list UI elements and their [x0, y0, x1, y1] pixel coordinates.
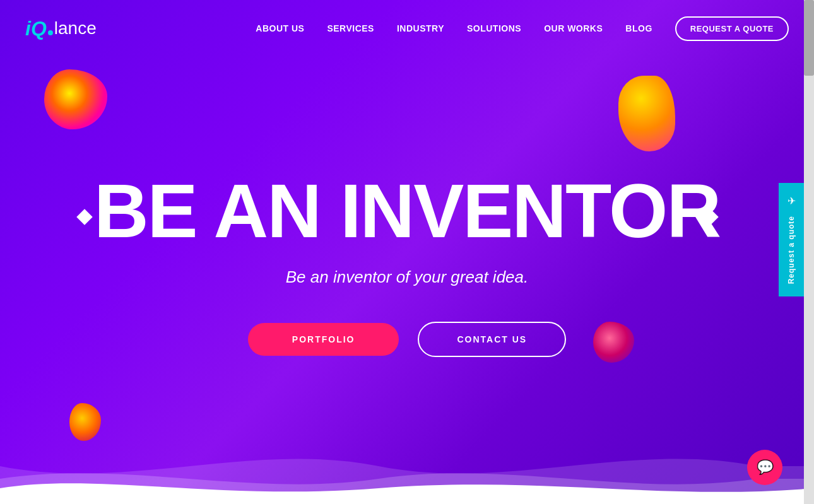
hero-subtitle: Be an inventor of your great idea. — [286, 267, 528, 287]
nav-link-our-works[interactable]: OUR WORKS — [544, 23, 603, 33]
nav-links: ABOUT US SERVICES INDUSTRY SOLUTIONS OUR… — [256, 23, 789, 34]
nav-link-services[interactable]: SERVICES — [327, 23, 374, 33]
nav-link-about[interactable]: ABOUT US — [256, 23, 304, 33]
scrollbar-thumb[interactable] — [804, 0, 814, 76]
portfolio-button[interactable]: PORTFOLIO — [248, 323, 399, 356]
quote-sidebar-label: Request a quote — [787, 216, 796, 284]
chat-icon: 💬 — [757, 459, 774, 476]
nav-item-blog[interactable]: BLOG — [625, 23, 652, 34]
scrollbar[interactable] — [804, 0, 814, 504]
nav-item-quote[interactable]: REQUEST A QUOTE — [675, 23, 789, 34]
wave-decoration — [0, 428, 814, 504]
logo-lance: lance — [54, 18, 97, 38]
nav-link-solutions[interactable]: SOLUTIONS — [467, 23, 521, 33]
hero-section: iQ lance ABOUT US SERVICES INDUSTRY SOLU… — [0, 0, 814, 504]
nav-item-solutions[interactable]: SOLUTIONS — [467, 23, 521, 34]
logo[interactable]: iQ lance — [25, 17, 97, 40]
nav-quote-button[interactable]: REQUEST A QUOTE — [675, 16, 789, 41]
nav-link-industry[interactable]: INDUSTRY — [397, 23, 444, 33]
logo-dot — [48, 30, 53, 35]
hero-buttons: PORTFOLIO CONTACT US — [248, 322, 566, 357]
nav-item-about[interactable]: ABOUT US — [256, 23, 304, 34]
nav-link-blog[interactable]: BLOG — [625, 23, 652, 33]
logo-iq: iQ — [25, 17, 47, 40]
chat-button[interactable]: 💬 — [747, 450, 782, 485]
hero-title: BE AN INVENTOR — [94, 173, 720, 249]
nav-item-services[interactable]: SERVICES — [327, 23, 374, 34]
quote-sidebar-tab[interactable]: ✈ Request a quote — [779, 183, 804, 296]
contact-us-button[interactable]: CONTACT US — [418, 322, 566, 357]
nav-item-industry[interactable]: INDUSTRY — [397, 23, 444, 34]
nav-item-our-works[interactable]: OUR WORKS — [544, 23, 603, 34]
send-icon: ✈ — [787, 195, 796, 207]
navbar: iQ lance ABOUT US SERVICES INDUSTRY SOLU… — [0, 0, 814, 57]
